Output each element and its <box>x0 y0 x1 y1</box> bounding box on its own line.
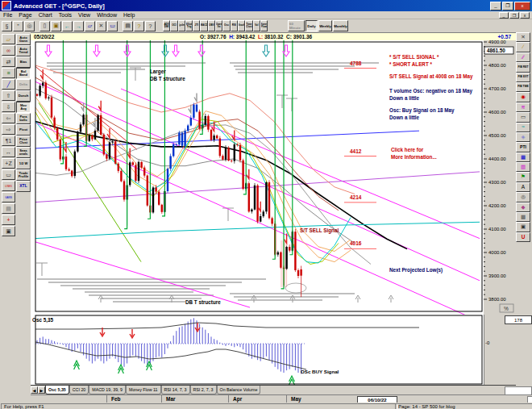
study-button-money-flow[interactable]: Money Flow <box>260 20 268 31</box>
study-button-adx-dmi[interactable]: ADX DMI <box>163 20 170 31</box>
sidebar-study-donch[interactable]: Donch <box>16 90 31 102</box>
pti-button[interactable]: PTI <box>516 142 530 152</box>
tab-scroll-right-button[interactable]: ▶ <box>38 386 45 394</box>
mob-icon[interactable]: ◉ <box>516 92 530 102</box>
menu-file[interactable]: File <box>0 12 15 18</box>
period-button-monthly[interactable]: Monthly <box>333 20 348 31</box>
trendline-icon[interactable]: ∕∕ <box>516 52 530 62</box>
sidebar-study-xtl[interactable]: XTL <box>16 181 31 192</box>
tab-on-balance-volume[interactable]: On Balance Volume <box>217 386 261 394</box>
oscillator-svg[interactable]: Osc 5,35OSc BUY Signal <box>31 315 484 385</box>
close-button[interactable]: x <box>514 2 530 10</box>
copy-icon[interactable]: ▣ <box>516 222 530 232</box>
maximize-button[interactable]: ❐ <box>502 2 513 10</box>
mob-bars-icon[interactable]: ▥ <box>516 162 530 172</box>
menu-window[interactable]: Window <box>94 12 120 18</box>
sidebar-study-seas-onals[interactable]: Seas onals <box>16 147 31 158</box>
sidebar-study-auto-trend[interactable]: Auto Trend <box>16 45 31 56</box>
menu-page[interactable]: Page <box>15 12 35 18</box>
close-drawing-icon[interactable]: ✕ <box>516 32 530 42</box>
study-button-osc[interactable]: Osc <box>222 20 230 31</box>
minimize-button[interactable]: _ <box>490 2 501 10</box>
sidebar-study-delta[interactable]: Delta <box>16 79 31 90</box>
study-button-stoch[interactable]: Stoch <box>238 20 245 31</box>
down-arrow-icon[interactable]: ⇩ <box>2 102 15 112</box>
fib-retracement-button[interactable]: FIB RET <box>516 62 530 72</box>
zoom-tool-icon[interactable]: ◎ <box>516 192 530 202</box>
sidebar-study-trade-profile[interactable]: Trade Profile <box>16 169 31 181</box>
palette-icon[interactable]: ◆ <box>516 202 530 212</box>
up-arrow-icon[interactable]: ⇧ <box>2 90 15 101</box>
tab-rsi-2-7-3[interactable]: RSI 2, 7, 3 <box>190 386 217 394</box>
sidebar-study-auto-gann[interactable]: Auto Gann <box>16 34 31 45</box>
search-icon[interactable]: ◎ <box>24 21 35 31</box>
sidebar-study-1-2-w[interactable]: 1/2 W <box>16 158 31 169</box>
gann-fan-icon[interactable]: ≋ <box>516 102 530 112</box>
study-button-vol[interactable]: Vol <box>253 20 260 31</box>
print-icon[interactable]: ▤ <box>123 21 133 31</box>
fib-time-button[interactable]: FIB TME <box>516 82 530 92</box>
sidebar-study-bol-band[interactable]: Bol Band <box>16 68 31 79</box>
tab-osc-5-35[interactable]: Osc 5,35 <box>45 386 69 394</box>
study-button-oci[interactable]: OCI <box>170 20 177 31</box>
sidebar-study-price-clust[interactable]: Price Clust <box>16 136 31 147</box>
pencil-icon[interactable]: ∕ <box>516 42 530 52</box>
period-button-daily[interactable]: Daily <box>305 20 318 31</box>
compress-icon[interactable]: ↔ <box>2 147 15 157</box>
study-button-rsi[interactable]: RSI <box>231 20 238 31</box>
next-page-icon[interactable]: → <box>73 21 84 31</box>
open-folder-icon[interactable]: ▱ <box>2 34 15 44</box>
fib-extension-button[interactable]: FIB EXT <box>516 73 530 82</box>
expansion-icon[interactable]: ≈ <box>516 123 530 132</box>
new-page-icon[interactable]: ▯ <box>39 21 50 31</box>
mdi-minimize-button[interactable]: _ <box>499 12 509 19</box>
right-arrow-icon[interactable]: ⇨ <box>2 124 15 135</box>
study-button-obv[interactable]: OBV <box>208 20 215 31</box>
cross-icon[interactable]: + <box>2 215 15 225</box>
menu-tools[interactable]: Tools <box>56 12 75 18</box>
delete-page-icon[interactable]: ✕ <box>96 21 106 31</box>
time-axis[interactable]: FebMarAprMay 06/10/22 #3015 <box>31 394 532 403</box>
quote-icon[interactable]: ” <box>13 21 23 31</box>
plus-z-icon[interactable]: +Z <box>2 158 15 169</box>
regression-icon[interactable]: ◈ <box>516 132 530 142</box>
study-icon[interactable]: ≡ <box>2 68 15 78</box>
menu-view[interactable]: View <box>75 12 94 18</box>
tab-scroll-left-button[interactable]: ◀ <box>31 386 38 394</box>
window-icon[interactable]: ▣ <box>2 226 15 236</box>
study-button-jti[interactable]: JTI <box>193 20 200 31</box>
flag-icon[interactable]: ⚑ <box>516 172 530 182</box>
sidebar-study-para-bolic[interactable]: Para bolic <box>16 113 31 124</box>
glasses-icon[interactable]: ∞ <box>2 45 15 56</box>
period-button-weekly[interactable]: Weekly <box>318 20 332 31</box>
tab-cci-20[interactable]: CCI 20 <box>69 386 89 394</box>
study-button-open-int[interactable]: Open Int <box>215 20 222 31</box>
grid-icon[interactable]: ▩ <box>516 212 530 222</box>
price-chart-svg[interactable]: 4788441242144016* S/T SELL SIGNAL ** SHO… <box>31 40 484 315</box>
menu-chart[interactable]: Chart <box>35 12 56 18</box>
paragraph-one-icon[interactable]: ¶1 <box>2 136 15 146</box>
reset-icon[interactable]: ⇄ <box>2 56 15 67</box>
study-button-macd[interactable]: MACD <box>200 20 207 31</box>
link-icon[interactable]: § <box>2 21 12 31</box>
elliott-icon[interactable]: ╱ <box>2 79 15 90</box>
undo-icon[interactable]: U <box>516 232 530 242</box>
tab-rsi-14-7-3[interactable]: RSI 14, 7, 3 <box>161 386 190 394</box>
sidebar-study-bias[interactable]: Bias <box>16 56 31 68</box>
help-icon[interactable]: ? <box>134 21 144 31</box>
text-tool-icon[interactable]: A <box>516 182 530 192</box>
copy-page-icon[interactable]: ▱ <box>85 21 95 31</box>
tab-macd-19-39-9[interactable]: MACD 19, 39, 9 <box>89 386 126 394</box>
study-button-time-clust[interactable]: Time Clust <box>245 20 252 31</box>
tab-money-flow-11[interactable]: Money Flow 11 <box>126 386 161 394</box>
menu-help[interactable]: Help <box>120 12 138 18</box>
sidebar-study-mov-avg[interactable]: Mov Avg <box>16 102 31 113</box>
context-help-icon[interactable]: ? <box>145 21 156 31</box>
left-arrow-icon[interactable]: ⇦ <box>2 113 15 123</box>
fib-icon[interactable]: ▤ <box>2 203 15 214</box>
lines-icon[interactable]: LINES <box>2 181 15 191</box>
ellipse-icon[interactable]: ▭ <box>516 112 530 122</box>
study-button-cycles[interactable]: Cycles <box>178 20 185 31</box>
period-button-60-minute[interactable]: 60 Minute <box>288 20 305 31</box>
mdi-restore-button[interactable]: ❐ <box>509 12 519 19</box>
